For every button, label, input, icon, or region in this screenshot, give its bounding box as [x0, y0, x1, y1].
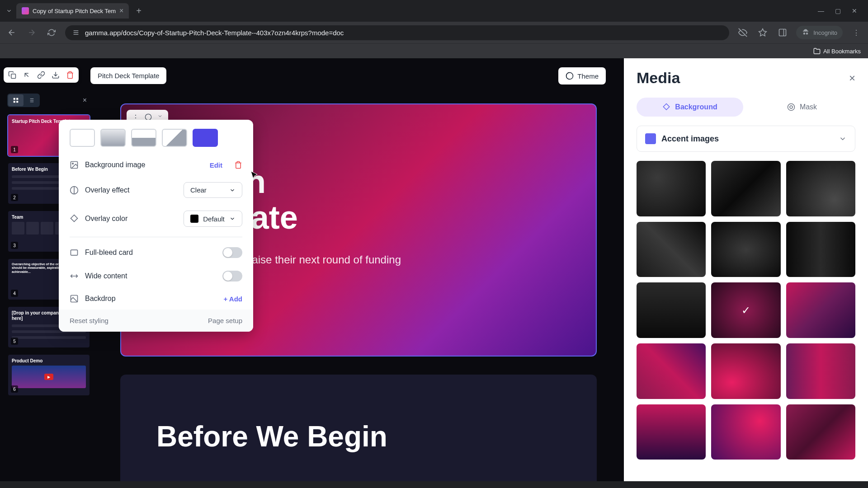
menu-icon[interactable]: ⋮: [850, 26, 863, 39]
bg-image-option[interactable]: [637, 161, 706, 216]
bg-image-option[interactable]: [786, 161, 855, 216]
bg-image-option-selected[interactable]: ✓: [711, 282, 780, 338]
all-bookmarks-button[interactable]: All Bookmarks: [813, 47, 861, 55]
svg-point-19: [145, 114, 151, 120]
tab-close-icon[interactable]: ×: [119, 7, 123, 15]
bg-image-option[interactable]: [637, 343, 706, 399]
wide-content-toggle[interactable]: [222, 271, 242, 282]
copy-icon[interactable]: [8, 71, 16, 79]
image-grid: ✓: [637, 161, 855, 460]
panel-icon[interactable]: [776, 26, 789, 39]
star-icon[interactable]: [756, 26, 769, 39]
bg-image-option[interactable]: [711, 222, 780, 277]
svg-rect-7: [16, 101, 18, 103]
browser-tab[interactable]: Copy of Startup Pitch Deck Tem ×: [16, 3, 129, 19]
reload-button[interactable]: [45, 26, 58, 39]
back-button[interactable]: [5, 26, 18, 39]
bg-option-gradient2[interactable]: [131, 129, 156, 147]
svg-rect-17: [71, 250, 78, 255]
svg-point-20: [788, 104, 794, 111]
bg-image-option[interactable]: [786, 343, 855, 399]
delete-bg-button[interactable]: [234, 161, 242, 169]
sidebar-close-icon[interactable]: ×: [79, 94, 90, 106]
bg-option-none[interactable]: [70, 129, 95, 147]
reset-styling-button[interactable]: Reset styling: [70, 317, 108, 324]
trash-icon[interactable]: [66, 71, 74, 79]
svg-rect-0: [779, 29, 786, 36]
bg-image-option[interactable]: [711, 343, 780, 399]
svg-point-21: [790, 106, 793, 108]
nav-bar: gamma.app/docs/Copy-of-Startup-Pitch-Dec…: [0, 22, 868, 43]
bg-image-option[interactable]: [637, 222, 706, 277]
card2-title[interactable]: Before We Begin: [120, 375, 597, 471]
full-bleed-row: Full-bleed card: [59, 241, 253, 264]
paint-icon: [70, 214, 79, 223]
bg-image-row: Background image Edit: [59, 154, 253, 176]
grid-view-button[interactable]: [8, 94, 24, 106]
tab-bar: Copy of Startup Pitch Deck Tem × + — ▢ ✕: [0, 0, 868, 22]
svg-rect-4: [14, 98, 15, 100]
close-window-button[interactable]: ✕: [852, 7, 857, 14]
all-bookmarks-label: All Bookmarks: [823, 48, 861, 55]
bg-option-solid[interactable]: [193, 129, 218, 147]
tab-mask[interactable]: Mask: [749, 98, 855, 117]
bg-image-option[interactable]: [711, 404, 780, 460]
floating-toolbar: [4, 67, 79, 83]
popover-footer: Reset styling Page setup: [59, 310, 253, 332]
color-chip: [190, 215, 198, 223]
link-icon[interactable]: [37, 71, 45, 79]
backdrop-row: Backdrop + Add: [59, 288, 253, 310]
card-2[interactable]: Before We Begin: [120, 375, 597, 481]
maximize-button[interactable]: ▢: [835, 7, 841, 14]
window-controls: — ▢ ✕: [818, 7, 864, 14]
bg-option-gradient1[interactable]: [100, 129, 126, 147]
media-close-button[interactable]: ×: [849, 72, 855, 84]
full-bleed-toggle[interactable]: [222, 247, 242, 258]
tab-background[interactable]: Background: [637, 98, 743, 117]
sidebar-header: ×: [4, 90, 94, 111]
arrow-up-left-icon[interactable]: [23, 71, 31, 79]
nav-right: Incognito ⋮: [736, 26, 863, 39]
bg-image-option[interactable]: [637, 404, 706, 460]
incognito-badge[interactable]: Incognito: [796, 26, 843, 39]
browser-chrome: Copy of Startup Pitch Deck Tem × + — ▢ ✕…: [0, 0, 868, 58]
bg-image-option[interactable]: [786, 282, 855, 338]
tab-title: Copy of Startup Pitch Deck Tem: [33, 8, 116, 14]
slide-thumbnail[interactable]: Product Demo▶ 6: [7, 354, 90, 396]
bg-image-option[interactable]: [786, 404, 855, 460]
url-bar[interactable]: gamma.app/docs/Copy-of-Startup-Pitch-Dec…: [65, 25, 729, 40]
bg-image-option[interactable]: [637, 282, 706, 338]
site-info-icon[interactable]: [72, 29, 80, 36]
bg-image-option[interactable]: [711, 161, 780, 216]
overlay-color-select[interactable]: Default: [184, 211, 242, 227]
image-icon: [70, 160, 79, 169]
overlay-effect-row: Overlay effect Clear: [59, 176, 253, 204]
wide-content-row: Wide content: [59, 264, 253, 288]
svg-point-15: [72, 163, 74, 164]
media-header: Media ×: [637, 69, 855, 87]
list-view-button[interactable]: [24, 94, 39, 106]
doc-title[interactable]: Pitch Deck Template: [90, 67, 166, 84]
check-icon: ✓: [741, 304, 750, 317]
eye-off-icon[interactable]: [736, 26, 749, 39]
new-tab-button[interactable]: +: [131, 6, 147, 16]
bg-style-options: [59, 120, 253, 154]
theme-button[interactable]: Theme: [558, 67, 606, 84]
view-toggle: [7, 94, 40, 107]
editor-app: Pitch Deck Template Theme × Startup Pitc…: [0, 58, 868, 481]
chevron-down-icon: [839, 135, 847, 143]
download-icon[interactable]: [52, 71, 60, 79]
card-style-popover: Background image Edit Overlay effect Cle…: [59, 120, 253, 332]
add-backdrop-button[interactable]: + Add: [223, 295, 242, 303]
edit-bg-button[interactable]: Edit: [210, 161, 222, 169]
minimize-button[interactable]: —: [818, 7, 824, 14]
bg-option-gradient3[interactable]: [162, 129, 187, 147]
tab-search-icon[interactable]: [4, 5, 14, 16]
bg-image-option[interactable]: [786, 222, 855, 277]
wide-icon: [70, 272, 79, 281]
overlay-effect-select[interactable]: Clear: [184, 182, 242, 198]
divider: [70, 237, 242, 237]
forward-button[interactable]: [25, 26, 38, 39]
accent-images-section[interactable]: Accent images: [637, 126, 855, 152]
page-setup-button[interactable]: Page setup: [208, 317, 242, 324]
